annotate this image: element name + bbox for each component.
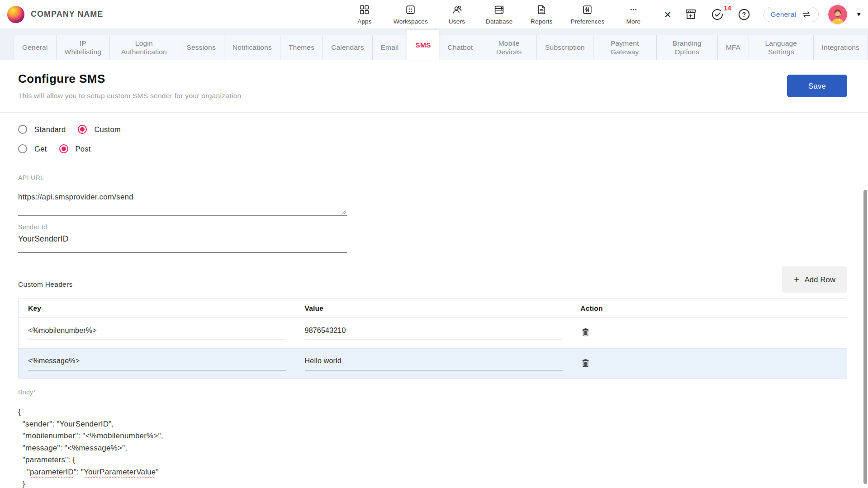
nav-item-label: Apps xyxy=(357,18,372,25)
page-root: COMPANY NAME AppsWorkspacesUsersDatabase… xyxy=(0,0,868,488)
users-icon xyxy=(451,4,463,16)
save-button[interactable]: Save xyxy=(787,75,847,97)
settings-tabs: GeneralIP WhitelistingLogin Authenticati… xyxy=(0,29,868,60)
more-dots-icon xyxy=(628,4,639,16)
nav-item-users[interactable]: Users xyxy=(445,4,469,25)
plus-icon: + xyxy=(794,274,799,285)
api-url-textarea[interactable]: https://api.smsprovider.com/send xyxy=(18,181,347,216)
nav-item-label: More xyxy=(626,18,641,25)
radio-option-standard[interactable]: Standard xyxy=(18,125,66,134)
resize-handle-icon[interactable] xyxy=(342,209,346,214)
body-line: "parameters": { xyxy=(18,454,868,466)
tab-integrations[interactable]: Integrations xyxy=(813,35,868,60)
trash-icon xyxy=(580,327,591,339)
radio-label: Standard xyxy=(34,125,66,134)
help-icon[interactable]: ? xyxy=(737,7,751,22)
top-header: COMPANY NAME AppsWorkspacesUsersDatabase… xyxy=(0,0,868,29)
tab-notifications[interactable]: Notifications xyxy=(224,35,280,60)
company-brand[interactable]: COMPANY NAME xyxy=(7,6,103,23)
tab-email[interactable]: Email xyxy=(372,35,407,60)
divider xyxy=(0,112,868,113)
nav-item-more[interactable]: More xyxy=(621,4,645,25)
api-url-field: API URL https://api.smsprovider.com/send xyxy=(18,174,347,216)
tab-general[interactable]: General xyxy=(14,35,56,60)
body-textarea[interactable]: { "sender": "YourSenderID", "mobilenumbe… xyxy=(18,406,868,488)
tab-sessions[interactable]: Sessions xyxy=(178,35,224,60)
body-line: } xyxy=(18,478,868,488)
page-title: Configure SMS xyxy=(18,72,241,86)
table-row: <%mobilenumber%>9876543210 xyxy=(19,318,847,348)
tab-chatbot[interactable]: Chatbot xyxy=(439,35,481,60)
tab-themes[interactable]: Themes xyxy=(280,35,323,60)
custom-headers-label: Custom Headers xyxy=(18,280,73,293)
org-switcher-label: General xyxy=(771,10,797,19)
marketplace-icon[interactable] xyxy=(683,7,698,22)
tab-language-settings[interactable]: Language Settings xyxy=(749,35,813,60)
header-key-input[interactable]: <%message%> xyxy=(28,357,286,370)
nav-item-label: Preferences xyxy=(570,18,604,25)
org-switcher[interactable]: General xyxy=(764,7,819,22)
delete-row-button[interactable] xyxy=(580,327,591,339)
api-url-label: API URL xyxy=(18,174,347,181)
body-line: "mobilenumber": "<%mobilenumber%>", xyxy=(18,430,868,442)
api-url-value: https://api.smsprovider.com/send xyxy=(18,193,347,202)
radio-unselected-icon xyxy=(18,125,27,134)
top-nav: AppsWorkspacesUsersDatabaseReportsPrefer… xyxy=(353,4,645,25)
custom-headers-row: Custom Headers + Add Row xyxy=(18,266,847,293)
tab-mfa[interactable]: MFA xyxy=(717,35,749,60)
close-icon[interactable]: × xyxy=(664,9,671,20)
tab-mobile-devices[interactable]: Mobile Devices xyxy=(481,35,536,60)
reports-icon xyxy=(536,4,547,16)
nav-item-workspaces[interactable]: Workspaces xyxy=(394,4,428,25)
http-method-radio-group: GetPost xyxy=(18,144,868,153)
sender-type-radio-group: StandardCustom xyxy=(18,125,868,134)
column-header-action: Action xyxy=(571,304,847,313)
database-icon xyxy=(493,4,505,16)
body-line: "parameterID": "YourParameterValue" xyxy=(18,466,868,479)
caret-down-icon[interactable]: ▼ xyxy=(856,11,862,18)
tab-sms[interactable]: SMS xyxy=(407,30,439,60)
add-row-label: Add Row xyxy=(805,275,835,284)
radio-option-get[interactable]: Get xyxy=(18,144,47,153)
radio-selected-icon xyxy=(78,125,87,134)
nav-item-preferences[interactable]: Preferences xyxy=(570,4,604,25)
scrollbar-thumb[interactable] xyxy=(863,190,867,484)
radio-label: Custom xyxy=(94,125,121,134)
body-line: "message": "<%message%>", xyxy=(18,442,868,455)
table-header-row: KeyValueAction xyxy=(19,299,847,318)
company-name: COMPANY NAME xyxy=(31,9,103,19)
header-value-input[interactable]: 9876543210 xyxy=(305,327,563,340)
body-line: { xyxy=(18,406,868,418)
tab-ip-whitelisting[interactable]: IP Whitelisting xyxy=(56,35,110,60)
header-key-input[interactable]: <%mobilenumber%> xyxy=(28,327,286,340)
nav-item-apps[interactable]: Apps xyxy=(353,4,376,25)
apps-grid-icon xyxy=(359,4,370,16)
body-section: Body* { "sender": "YourSenderID", "mobil… xyxy=(18,389,868,488)
sender-id-field[interactable]: Sender Id YourSenderID xyxy=(18,223,347,253)
body-label: Body* xyxy=(18,389,868,396)
radio-option-custom[interactable]: Custom xyxy=(78,125,121,134)
radio-label: Get xyxy=(34,145,47,153)
avatar[interactable] xyxy=(827,4,848,25)
nav-item-reports[interactable]: Reports xyxy=(530,4,553,25)
delete-row-button[interactable] xyxy=(580,358,591,370)
radio-option-post[interactable]: Post xyxy=(59,144,91,153)
svg-text:?: ? xyxy=(742,11,746,18)
workspaces-icon xyxy=(405,4,416,16)
header-value-input[interactable]: Hello world xyxy=(305,357,563,370)
table-row: <%message%>Hello world xyxy=(19,348,847,379)
tab-subscription[interactable]: Subscription xyxy=(536,35,593,60)
tab-login-authentication[interactable]: Login Authentication xyxy=(109,35,178,60)
tab-calendars[interactable]: Calendars xyxy=(323,35,372,60)
nav-item-database[interactable]: Database xyxy=(486,4,512,25)
radio-selected-icon xyxy=(59,144,68,153)
tab-branding-options[interactable]: Branding Options xyxy=(656,35,717,60)
header-right-cluster: × 14 ? xyxy=(664,4,862,25)
nav-item-label: Database xyxy=(486,18,512,25)
tab-payment-gateway[interactable]: Payment Gateway xyxy=(593,35,656,60)
company-logo-icon xyxy=(7,6,24,23)
nav-item-label: Users xyxy=(449,18,465,25)
add-row-button[interactable]: + Add Row xyxy=(782,266,847,293)
sender-id-value: YourSenderID xyxy=(18,234,347,244)
tasks-check-icon[interactable]: 14 xyxy=(710,7,725,22)
